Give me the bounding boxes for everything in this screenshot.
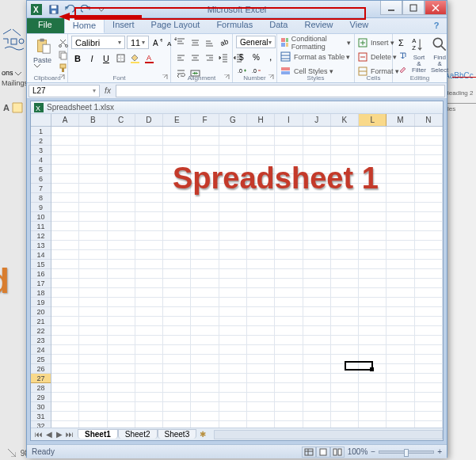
sheet-tab-sheet1[interactable]: Sheet1 [78,429,118,439]
close-button[interactable] [425,1,447,15]
help-icon[interactable]: ? [431,20,442,31]
row-header-24[interactable]: 24 [31,345,51,355]
align-top-icon[interactable] [174,36,187,49]
row-header-8[interactable]: 8 [31,193,51,203]
col-header-A[interactable]: A [51,114,79,126]
row-header-9[interactable]: 9 [31,203,51,212]
grow-font-icon[interactable]: A [150,36,163,49]
horizontal-scrollbar[interactable] [214,430,443,439]
col-header-B[interactable]: B [79,114,107,126]
workbook-title-bar[interactable]: X Spreadsheet 1.xlsx [31,101,443,114]
bold-icon[interactable]: B [71,52,84,65]
row-header-1[interactable]: 1 [31,127,51,136]
row-header-18[interactable]: 18 [31,288,51,298]
copy-icon[interactable] [56,48,69,61]
row-header-11[interactable]: 11 [31,222,51,231]
row-header-6[interactable]: 6 [31,174,51,184]
row-header-3[interactable]: 3 [31,146,51,155]
cut-icon[interactable] [56,36,69,48]
comma-format-icon[interactable]: , [265,51,277,64]
border-icon[interactable] [114,52,127,65]
zoom-slider[interactable] [379,450,434,454]
percent-format-icon[interactable]: % [250,51,263,64]
row-header-32[interactable]: 32 [31,421,51,428]
row-header-25[interactable]: 25 [31,355,51,364]
row-header-15[interactable]: 15 [31,260,51,269]
number-launcher-icon[interactable] [268,74,276,82]
zoom-level[interactable]: 100% [348,447,368,456]
row-header-10[interactable]: 10 [31,212,51,222]
tab-insert[interactable]: Insert [105,18,143,33]
col-header-E[interactable]: E [163,114,191,126]
row-header-22[interactable]: 22 [31,326,51,336]
decrease-indent-icon[interactable] [217,52,230,65]
sheet-tab-sheet2[interactable]: Sheet2 [118,429,158,439]
row-header-17[interactable]: 17 [31,279,51,288]
align-center-icon[interactable] [188,52,201,65]
row-header-4[interactable]: 4 [31,155,51,165]
orientation-icon[interactable]: ab [217,36,230,49]
row-header-12[interactable]: 12 [31,231,51,241]
fx-icon[interactable]: fx [101,86,114,95]
row-headers[interactable]: 1234567891011121314151617181920212223242… [31,127,51,428]
zoom-out-icon[interactable]: − [371,447,375,456]
formula-bar[interactable] [116,85,445,97]
zoom-in-icon[interactable]: + [437,447,442,456]
font-color-icon[interactable]: A [143,52,155,65]
alignment-launcher-icon[interactable] [223,74,231,82]
underline-icon[interactable]: U [100,52,112,65]
row-header-26[interactable]: 26 [31,364,51,374]
col-header-N[interactable]: N [415,114,443,126]
row-header-30[interactable]: 30 [31,402,51,412]
insert-cells-button[interactable]: Insert ▾ [358,36,394,49]
name-box[interactable]: L27▾ [29,85,100,97]
qat-dropdown-icon[interactable] [95,3,108,16]
row-header-19[interactable]: 19 [31,298,51,307]
sort-filter-button[interactable]: AZ Sort & Filter [409,36,429,74]
align-left-icon[interactable] [174,52,187,65]
fill-icon[interactable] [396,49,409,62]
page-layout-view-icon[interactable] [316,447,330,458]
font-size-combo[interactable]: 11▾ [127,36,149,49]
title-bar[interactable]: X Microsoft Excel [27,1,447,18]
tab-file[interactable]: File [27,18,64,33]
row-header-2[interactable]: 2 [31,136,51,146]
italic-icon[interactable]: I [86,52,98,65]
accounting-format-icon[interactable]: $ [236,51,249,64]
font-name-combo[interactable]: Calibri▾ [71,36,125,49]
row-header-21[interactable]: 21 [31,317,51,326]
sheet-nav-last-icon[interactable]: ⏭ [65,430,74,439]
delete-cells-button[interactable]: Delete ▾ [358,50,397,63]
row-header-20[interactable]: 20 [31,307,51,317]
minimize-button[interactable] [380,1,402,15]
col-header-L[interactable]: L [359,114,387,126]
col-header-K[interactable]: K [331,114,359,126]
align-middle-icon[interactable] [188,36,201,49]
row-header-5[interactable]: 5 [31,165,51,174]
row-header-31[interactable]: 31 [31,412,51,421]
col-header-M[interactable]: M [387,114,414,126]
sheet-nav-first-icon[interactable]: ⏮ [34,430,44,439]
row-header-14[interactable]: 14 [31,250,51,260]
tab-review[interactable]: Review [296,18,341,33]
tab-home[interactable]: Home [64,18,105,33]
page-break-view-icon[interactable] [330,447,345,458]
row-header-7[interactable]: 7 [31,184,51,193]
row-header-13[interactable]: 13 [31,241,51,250]
normal-view-icon[interactable] [302,447,316,458]
excel-app-icon[interactable]: X [30,3,43,16]
col-header-F[interactable]: F [191,114,219,126]
font-launcher-icon[interactable] [162,74,169,82]
new-sheet-icon[interactable]: ✱ [196,430,209,439]
tab-page-layout[interactable]: Page Layout [143,18,209,33]
col-header-I[interactable]: I [275,114,303,126]
tab-view[interactable]: View [342,18,378,33]
format-as-table-button[interactable]: Format as Table ▾ [280,50,350,63]
cells-area[interactable] [51,127,443,428]
col-header-H[interactable]: H [247,114,275,126]
clear-icon[interactable] [396,63,409,75]
row-header-28[interactable]: 28 [31,383,51,393]
column-headers[interactable]: ABCDEFGHIJKLMN [51,114,443,127]
autosum-icon[interactable]: Σ [396,36,409,48]
save-icon[interactable] [48,3,60,16]
